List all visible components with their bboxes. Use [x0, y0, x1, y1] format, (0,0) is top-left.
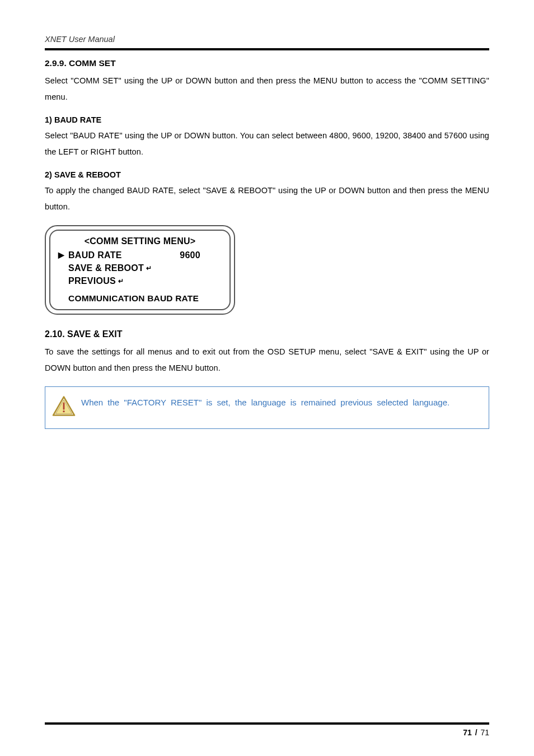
text-save-exit: To save the settings for all menus and t… — [45, 344, 489, 376]
osd-panel: <COMM SETTING MENU> ▶ BAUD RATE 9600 SAV… — [45, 225, 235, 315]
osd-row-save-reboot: SAVE & REBOOT ↵ — [57, 262, 223, 274]
osd-label-previous: PREVIOUS — [68, 274, 116, 287]
osd-inner: <COMM SETTING MENU> ▶ BAUD RATE 9600 SAV… — [49, 230, 231, 310]
return-icon: ↵ — [146, 264, 152, 273]
osd-row-previous: PREVIOUS ↵ — [57, 274, 223, 287]
page-number: 71 / 71 — [45, 728, 489, 737]
warning-icon — [52, 396, 76, 417]
heading-save-reboot: 2) SAVE & REBOOT — [45, 170, 489, 179]
note-box: When the "FACTORY RESET" is set, the lan… — [45, 386, 489, 429]
osd-footer: COMMUNICATION BAUD RATE — [57, 293, 223, 304]
header-rule — [45, 48, 489, 50]
text-comm-set-intro: Select "COMM SET" using the UP or DOWN b… — [45, 73, 489, 105]
osd-label-save-reboot: SAVE & REBOOT — [68, 262, 144, 274]
osd-cursor-icon: ▶ — [58, 249, 68, 260]
heading-save-exit: 2.10. SAVE & EXIT — [45, 329, 489, 339]
osd-label-baud-rate: BAUD RATE — [68, 249, 122, 262]
text-save-reboot: To apply the changed BAUD RATE, select "… — [45, 183, 489, 215]
osd-title: <COMM SETTING MENU> — [57, 236, 223, 246]
footer-rule — [45, 722, 489, 725]
osd-row-baud-rate: ▶ BAUD RATE 9600 — [57, 249, 223, 262]
text-baud-rate: Select "BAUD RATE" using the UP or DOWN … — [45, 128, 489, 160]
heading-baud-rate: 1) BAUD RATE — [45, 115, 489, 124]
page-total: 71 — [480, 728, 489, 737]
page-current: 71 — [463, 728, 472, 737]
svg-point-3 — [63, 410, 64, 412]
note-text: When the "FACTORY RESET" is set, the lan… — [81, 395, 482, 411]
manual-title: XNET User Manual — [45, 35, 489, 44]
osd-value-baud-rate: 9600 — [180, 249, 223, 262]
page-separator: / — [475, 728, 477, 737]
heading-comm-set: 2.9.9. COMM SET — [45, 58, 489, 68]
return-icon: ↵ — [118, 277, 124, 286]
